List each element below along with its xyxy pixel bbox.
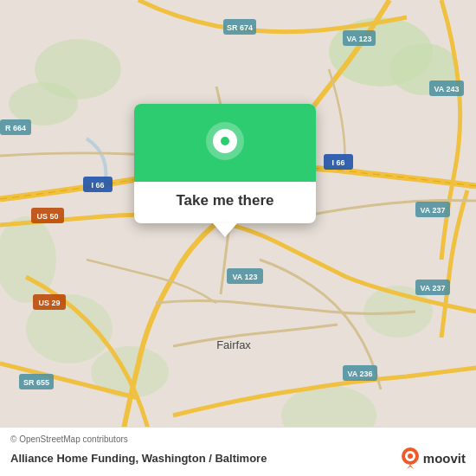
svg-point-39 bbox=[408, 453, 413, 459]
moovit-pin-icon bbox=[401, 447, 420, 469]
popup-body: Take me there bbox=[134, 182, 316, 223]
moovit-label: moovit bbox=[423, 451, 466, 466]
svg-text:US 50: US 50 bbox=[36, 212, 58, 221]
svg-text:SR 655: SR 655 bbox=[23, 378, 49, 387]
svg-text:VA 237: VA 237 bbox=[420, 284, 445, 293]
moovit-logo: moovit bbox=[401, 447, 466, 469]
location-pin-icon bbox=[204, 120, 246, 162]
bottom-bar: © OpenStreetMap contributors Alliance Ho… bbox=[0, 427, 476, 476]
svg-text:VA 123: VA 123 bbox=[346, 35, 371, 43]
attribution-text: © OpenStreetMap contributors bbox=[10, 434, 466, 444]
svg-text:VA 237: VA 237 bbox=[420, 206, 445, 215]
popup-tail bbox=[213, 223, 237, 237]
svg-text:VA 243: VA 243 bbox=[434, 85, 459, 93]
svg-point-4 bbox=[9, 82, 78, 125]
map-background: SR 674 VA 123 R 664 VA 243 I 66 I 66 US … bbox=[0, 0, 476, 476]
svg-text:SR 674: SR 674 bbox=[227, 23, 253, 32]
map-container: SR 674 VA 123 R 664 VA 243 I 66 I 66 US … bbox=[0, 0, 476, 476]
attribution-label: © OpenStreetMap contributors bbox=[10, 434, 128, 444]
popup-header bbox=[134, 104, 316, 182]
svg-text:US 29: US 29 bbox=[38, 299, 60, 307]
svg-text:VA 236: VA 236 bbox=[347, 370, 372, 378]
location-popup: Take me there bbox=[134, 104, 316, 223]
svg-text:R 664: R 664 bbox=[5, 124, 26, 132]
svg-text:I 66: I 66 bbox=[331, 158, 344, 167]
take-me-there-button[interactable]: Take me there bbox=[176, 192, 273, 209]
svg-text:Fairfax: Fairfax bbox=[216, 338, 251, 351]
svg-text:VA 123: VA 123 bbox=[232, 273, 257, 281]
bottom-bar-info: Alliance Home Funding, Washington / Balt… bbox=[10, 447, 466, 469]
location-title: Alliance Home Funding, Washington / Balt… bbox=[10, 452, 267, 465]
svg-text:I 66: I 66 bbox=[91, 181, 104, 190]
